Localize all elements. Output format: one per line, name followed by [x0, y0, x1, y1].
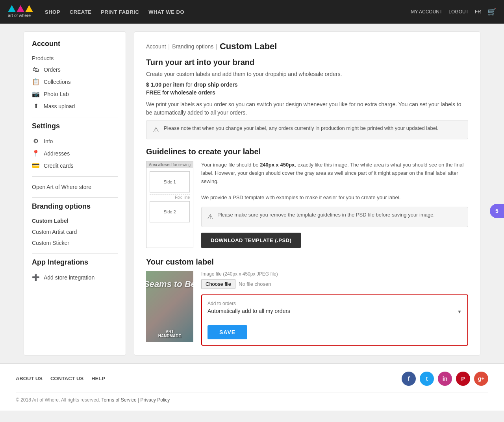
wholesale-label: wholesale orders — [170, 89, 215, 96]
footer-contact-us[interactable]: CONTACT US — [50, 376, 83, 381]
nav-lang[interactable]: FR — [475, 9, 481, 15]
sidebar-item-mass-upload[interactable]: ⬆ Mass upload — [32, 100, 118, 112]
magenta-triangle — [17, 5, 24, 12]
custom-label-title: Your custom label — [146, 257, 468, 267]
breadcrumb-account[interactable]: Account — [146, 43, 166, 50]
floating-number: 5 — [495, 208, 498, 214]
breadcrumb-branding[interactable]: Branding options — [172, 43, 213, 50]
form-divider — [208, 321, 462, 321]
print-desc: We print your labels as you order so you… — [146, 100, 468, 117]
sidebar-collections-label: Collections — [44, 79, 70, 85]
facebook-link[interactable]: f — [402, 372, 416, 386]
guidelines-paragraph-2: We provide a PSD template with examples … — [201, 194, 468, 202]
guidelines-text1: Your image file should be — [201, 162, 260, 168]
guidelines-dimensions: 240px x 450px — [260, 162, 295, 168]
label-art-text: ART — [158, 329, 181, 334]
nav-what-we-do[interactable]: WHAT WE DO — [148, 9, 184, 15]
no-file-text: No file chosen — [239, 281, 271, 287]
price-text: $ 1.00 per item for drop ship orders — [146, 81, 468, 88]
collections-icon: 📋 — [32, 78, 40, 85]
label-side-2: Side 2 — [150, 201, 190, 222]
pinterest-link[interactable]: P — [456, 372, 470, 386]
hero-title: Turn your art into your brand — [146, 58, 468, 67]
instagram-link[interactable]: in — [438, 372, 452, 386]
sidebar-item-custom-label[interactable]: Custom Label — [32, 215, 118, 226]
credit-card-icon: 💳 — [32, 162, 40, 169]
price-for: for — [186, 81, 194, 88]
breadcrumb-current: Custom Label — [220, 41, 277, 52]
nav-links: SHOP CREATE PRINT FABRIC WHAT WE DO — [45, 9, 411, 15]
nav-logout[interactable]: LOGOUT — [448, 9, 469, 15]
sidebar-item-info[interactable]: ⚙ Info — [32, 135, 118, 147]
sidebar-divider-2 — [32, 176, 118, 177]
free-text: FREE for wholesale orders — [146, 89, 468, 96]
footer-about-us[interactable]: ABOUT US — [16, 376, 43, 381]
breadcrumb: Account | Branding options | Custom Labe… — [146, 41, 468, 52]
nav-right: MY ACCOUNT LOGOUT FR 🛒 — [411, 7, 496, 16]
free-for: for — [162, 89, 170, 96]
download-template-button[interactable]: DOWNLOAD TEMPLATE (.PSD) — [201, 233, 301, 248]
sidebar-item-custom-sticker[interactable]: Custom Sticker — [32, 237, 118, 248]
price-amount: $ 1.00 per item — [146, 81, 184, 88]
footer-bottom: © 2018 Art of Where. All rights reserved… — [16, 392, 488, 403]
add-to-orders-label: Add to orders — [208, 301, 462, 306]
floating-circle[interactable]: 5 — [490, 204, 504, 218]
guidelines-section: Guidelines to create your label Area all… — [146, 147, 468, 248]
label-preview-header: Area allowed for sewing — [146, 161, 193, 168]
sidebar-branding-title: Branding options — [32, 202, 118, 211]
warning-icon-1: ⚠ — [153, 126, 159, 134]
sidebar-add-store-label: Add store integration — [44, 274, 94, 281]
sidebar-credit-cards-label: Credit cards — [44, 163, 73, 169]
sidebar-item-photo-lab[interactable]: 📷 Photo Lab — [32, 88, 118, 100]
label-preview-diagram: Area allowed for sewing Side 1 Fold line… — [146, 161, 193, 248]
custom-label-section: Your custom label Seams to Be ART HANDMA… — [146, 257, 468, 346]
add-to-orders-select[interactable]: Automatically add to all my ordersDo not… — [208, 308, 462, 314]
add-icon: ➕ — [32, 274, 40, 281]
nav-my-account[interactable]: MY ACCOUNT — [411, 9, 443, 15]
footer: ABOUT US CONTACT US HELP f t in P g+ © 2… — [0, 363, 504, 411]
sidebar-item-addresses[interactable]: 📍 Addresses — [32, 147, 118, 159]
sidebar-item-custom-artist-card[interactable]: Custom Artist card — [32, 226, 118, 237]
warning-text-1: Please note that when you change your la… — [164, 125, 438, 131]
nav-shop[interactable]: SHOP — [45, 9, 60, 15]
label-form: Image file (240px x 450px JPEG file) Cho… — [201, 271, 468, 346]
sidebar-open-store[interactable]: Open Art of Where store — [32, 181, 118, 192]
free-label: FREE — [146, 89, 161, 96]
main-content: Account | Branding options | Custom Labe… — [134, 31, 480, 355]
sidebar-divider-3 — [32, 197, 118, 198]
sidebar-orders-label: Orders — [44, 67, 61, 73]
sidebar-item-add-store[interactable]: ➕ Add store integration — [32, 271, 118, 283]
choose-file-button[interactable]: Choose file — [201, 279, 235, 289]
nav-print-fabric[interactable]: PRINT FABRIC — [101, 9, 139, 15]
sidebar-item-collections[interactable]: 📋 Collections — [32, 76, 118, 88]
google-plus-link[interactable]: g+ — [474, 372, 488, 386]
photo-lab-icon: 📷 — [32, 90, 40, 98]
footer-links: ABOUT US CONTACT US HELP — [16, 376, 105, 381]
hero-desc: Create your custom labels and add them t… — [146, 70, 468, 78]
label-preview-body: Side 1 Fold line Side 2 — [146, 168, 193, 227]
footer-top: ABOUT US CONTACT US HELP f t in P g+ — [16, 372, 488, 392]
add-to-orders-group: Add to orders Automatically add to all m… — [208, 301, 462, 316]
footer-terms[interactable]: Terms of Service — [101, 397, 136, 403]
file-input-row: Choose file No file chosen — [201, 279, 468, 289]
image-hint: Image file (240px x 450px JPEG file) — [201, 271, 468, 277]
logo[interactable]: art of where — [8, 5, 33, 18]
sidebar-addresses-label: Addresses — [44, 150, 70, 157]
sidebar-item-credit-cards[interactable]: 💳 Credit cards — [32, 159, 118, 172]
twitter-link[interactable]: t — [420, 372, 434, 386]
sidebar-products[interactable]: Products — [32, 53, 118, 64]
footer-privacy[interactable]: Privacy Policy — [141, 397, 170, 403]
warning-box-1: ⚠ Please note that when you change your … — [146, 120, 468, 139]
nav-create[interactable]: CREATE — [70, 9, 91, 15]
cart-icon[interactable]: 🛒 — [487, 7, 496, 16]
sidebar-settings-title: Settings — [32, 122, 118, 130]
guidelines-title: Guidelines to create your label — [146, 147, 468, 156]
breadcrumb-sep-2: | — [216, 43, 217, 50]
label-handmade-text: HANDMADE — [158, 334, 181, 338]
footer-help[interactable]: HELP — [91, 376, 105, 381]
select-wrapper: Automatically add to all my ordersDo not… — [208, 308, 462, 316]
sidebar: Account Products 🛍 Orders 📋 Collections … — [24, 31, 126, 355]
sidebar-item-orders[interactable]: 🛍 Orders — [32, 64, 118, 76]
label-image-preview: Seams to Be ART HANDMADE — [146, 271, 193, 342]
save-button[interactable]: SAVE — [208, 325, 247, 339]
